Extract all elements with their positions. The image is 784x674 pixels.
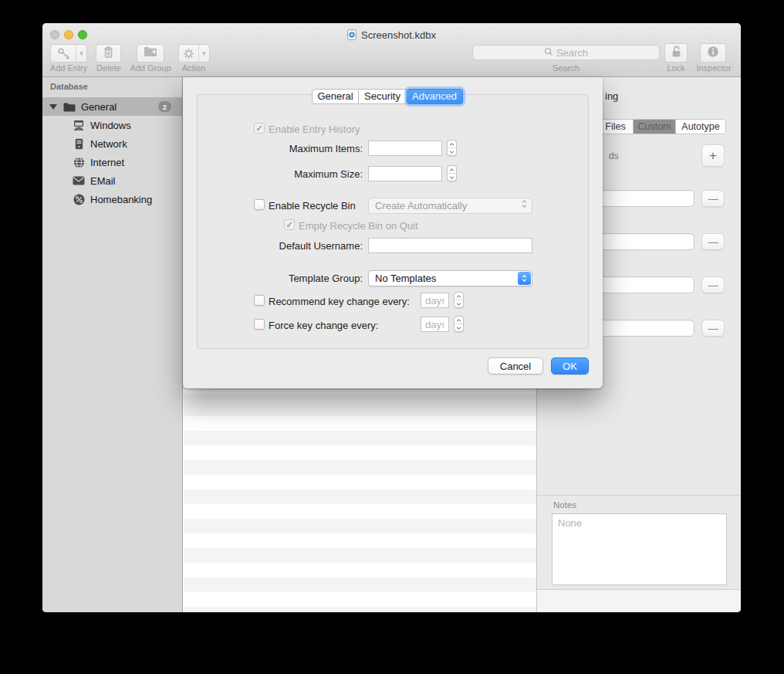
database-settings-dialog: General Security Advanced ✓ Enable Entry… [183, 77, 603, 388]
sidebar-item-internet[interactable]: Internet [42, 153, 182, 171]
force-key-change-label: Force key change every: [269, 320, 378, 331]
sidebar: Database General 2 Windows [42, 77, 183, 612]
recommend-key-change-label: Recommend key change every: [269, 296, 410, 307]
action-button[interactable]: ▾ [178, 44, 210, 63]
cancel-button[interactable]: Cancel [488, 357, 543, 374]
force-days-stepper[interactable] [454, 316, 464, 332]
recycle-bin-mode-value: Create Automatically [375, 200, 467, 212]
add-entry-button[interactable]: ▾ [50, 44, 87, 63]
divider [537, 495, 741, 496]
ok-button[interactable]: OK [551, 357, 589, 374]
sidebar-item-label: Windows [90, 120, 131, 131]
template-group-value: No Templates [375, 273, 436, 284]
stepper-down-icon[interactable] [448, 173, 456, 181]
tab-security[interactable]: Security [359, 89, 407, 104]
remove-custom-field-button[interactable]: — [701, 190, 725, 207]
sidebar-item-network[interactable]: Network [42, 134, 182, 153]
maximum-items-stepper[interactable] [447, 140, 457, 156]
sidebar-item-label: General [81, 101, 117, 113]
inspector-button[interactable] [700, 43, 726, 63]
info-icon [707, 46, 719, 61]
tab-custom[interactable]: Custom [633, 120, 675, 134]
stepper-up-icon[interactable] [448, 166, 456, 173]
chevron-down-icon: ▾ [201, 49, 208, 57]
server-icon [72, 138, 86, 150]
maximum-size-stepper[interactable] [447, 165, 457, 181]
stepper-up-icon[interactable] [448, 141, 456, 147]
sidebar-item-email[interactable]: EMail [42, 171, 182, 190]
sidebar-item-homebanking[interactable]: Homebanking [42, 190, 182, 208]
delete-label: Delete [92, 63, 126, 73]
disclosure-triangle-icon[interactable] [49, 104, 57, 110]
titlebar: Screenshot.kdbx ▾ Add Entry Delete [42, 23, 741, 77]
inspector-label: Inspector [691, 63, 737, 73]
enable-recycle-bin-label: Enable Recycle Bin [269, 200, 356, 212]
add-group-button[interactable] [137, 44, 164, 63]
gear-icon [179, 45, 198, 62]
trash-icon [103, 46, 113, 61]
enable-entry-history-checkbox[interactable]: ✓ [254, 123, 265, 134]
sidebar-item-label: Network [90, 138, 127, 150]
action-label: Action [175, 63, 212, 73]
recommend-key-change-checkbox[interactable] [254, 295, 265, 306]
inspector-title-fragment: ing [605, 90, 618, 102]
sidebar-item-general[interactable]: General 2 [42, 97, 182, 116]
maximum-size-input[interactable] [368, 166, 442, 181]
tab-files[interactable]: Files [598, 120, 633, 134]
tab-general[interactable]: General [312, 89, 359, 104]
sidebar-item-windows[interactable]: Windows [42, 116, 182, 134]
maximum-items-label: Maximum Items: [214, 143, 363, 154]
tab-autotype[interactable]: Autotype [675, 120, 725, 134]
window-title-area: Screenshot.kdbx [42, 28, 741, 42]
maximum-size-label: Maximum Size: [214, 168, 363, 180]
tab-advanced[interactable]: Advanced [407, 89, 463, 104]
popup-arrows-icon [518, 272, 531, 285]
remove-custom-field-button[interactable]: — [701, 276, 725, 293]
add-custom-field-button[interactable]: + [701, 144, 725, 167]
notes-label: Notes [553, 500, 576, 510]
check-icon: ✓ [255, 124, 262, 133]
add-entry-dropdown[interactable]: ▾ [76, 45, 86, 62]
remove-custom-field-button[interactable]: — [701, 233, 725, 250]
inspector-tab-bar: Files Custom Autotype [597, 119, 726, 134]
stepper-up-icon[interactable] [455, 293, 463, 300]
search-input[interactable]: Search [472, 45, 660, 60]
enable-entry-history-label: Enable Entry History [269, 124, 360, 135]
windows-icon [72, 120, 86, 131]
stepper-down-icon[interactable] [455, 323, 463, 331]
add-entry-label: Add Entry [46, 63, 92, 73]
maximum-items-input[interactable] [368, 141, 442, 156]
lock-button[interactable] [664, 43, 688, 63]
force-days-input[interactable] [421, 317, 449, 332]
settings-tab-bar: General Security Advanced [312, 89, 463, 104]
empty-recycle-bin-checkbox[interactable]: ✓ [284, 219, 295, 230]
sidebar-item-label: EMail [90, 175, 116, 187]
template-group-popup[interactable]: No Templates [368, 270, 532, 286]
sidebar-section-header: Database [50, 82, 88, 91]
force-key-change-checkbox[interactable] [254, 319, 265, 330]
search-label: Search [472, 63, 660, 73]
stepper-up-icon[interactable] [455, 317, 463, 323]
template-group-label: Template Group: [214, 273, 363, 284]
globe-icon [72, 157, 86, 168]
envelope-icon [72, 176, 86, 185]
action-dropdown[interactable]: ▾ [198, 45, 209, 62]
stepper-down-icon[interactable] [455, 300, 463, 307]
folder-plus-icon [144, 46, 157, 60]
stepper-down-icon[interactable] [448, 147, 456, 155]
remove-custom-field-button[interactable]: — [701, 320, 725, 337]
check-icon: ✓ [286, 221, 292, 229]
delete-button[interactable] [96, 44, 121, 63]
search-icon [544, 46, 553, 59]
recommend-days-input[interactable] [421, 293, 449, 308]
search-placeholder: Search [556, 47, 588, 59]
default-username-label: Default Username: [214, 240, 363, 252]
lock-open-icon [671, 46, 681, 61]
desktop: Screenshot.kdbx ▾ Add Entry Delete [0, 0, 784, 674]
app-window: Screenshot.kdbx ▾ Add Entry Delete [42, 23, 741, 612]
enable-recycle-bin-checkbox[interactable] [254, 199, 265, 210]
recommend-days-stepper[interactable] [454, 292, 464, 308]
recycle-bin-mode-popup[interactable]: Create Automatically [368, 198, 532, 214]
default-username-input[interactable] [368, 238, 532, 253]
notes-textarea[interactable] [552, 513, 727, 585]
